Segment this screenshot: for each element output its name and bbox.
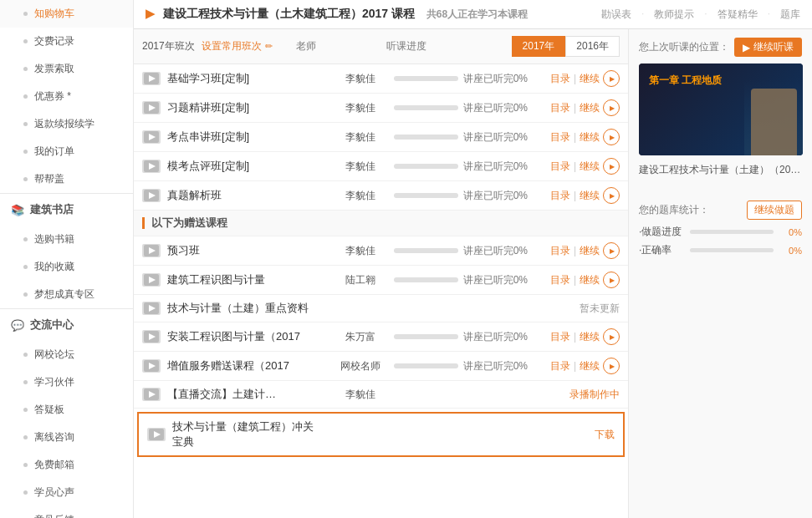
sidebar-item-buy-books[interactable]: 选购书籍: [0, 226, 133, 253]
sidebar-item-feedback[interactable]: 意见反馈: [0, 506, 133, 518]
do-questions-btn[interactable]: 继续做题: [747, 201, 802, 220]
course-teacher: 陆工翱: [327, 273, 394, 287]
course-teacher: 李貌佳: [327, 160, 394, 174]
sidebar-item-coupon[interactable]: 优惠券 *: [0, 83, 133, 110]
continue-link[interactable]: 继续: [580, 101, 600, 115]
sidebar-bookstore-header[interactable]: 📚 建筑书店: [0, 194, 133, 226]
sidebar-item-partner[interactable]: 学习伙伴: [0, 368, 133, 396]
year-buttons: 2017年 2016年: [512, 36, 620, 57]
table-row: 考点串讲班[定制] 李貌佳 讲座已听完0% 目录 | 继续: [134, 123, 628, 152]
course-actions: 目录 | 继续: [528, 272, 620, 288]
video-chapter-title: 第一章 工程地质: [649, 74, 744, 88]
sidebar-item-offline[interactable]: 离线咨询: [0, 424, 133, 451]
sidebar-item-collection[interactable]: 我的收藏: [0, 253, 133, 281]
course-type-icon: [142, 302, 161, 315]
sidebar-item-cart[interactable]: 知购物车: [0, 0, 133, 28]
catalog-link[interactable]: 目录: [550, 160, 570, 174]
question-stats-label: 您的题库统计： 继续做题: [639, 201, 802, 220]
catalog-link[interactable]: 目录: [550, 130, 570, 145]
table-row: 建筑工程识图与计量 陆工翱 讲座已听完0% 目录 | 继续: [134, 266, 628, 295]
topbar-link-teacher-hint[interactable]: 教师提示: [654, 8, 694, 22]
course-progress: 讲座已听完0%: [394, 130, 528, 145]
catalog-link[interactable]: 目录: [550, 273, 570, 287]
sidebar-item-email[interactable]: 免费邮箱: [0, 451, 133, 479]
progress-stat-pct: 0%: [779, 227, 802, 237]
play-button[interactable]: [603, 70, 620, 87]
sidebar-account-section: 知购物车 交费记录 发票索取 优惠券 * 返款续报续学 我的订单 帮帮盖: [0, 0, 133, 194]
sidebar: 知购物车 交费记录 发票索取 优惠券 * 返款续报续学 我的订单 帮帮盖 📚: [0, 0, 134, 518]
course-teacher: 李貌佳: [327, 244, 394, 258]
table-row: 习题精讲班[定制] 李貌佳 讲座已听完0% 目录 | 继续: [134, 94, 628, 123]
continue-link[interactable]: 继续: [580, 330, 600, 344]
continue-listening-btn[interactable]: ▶ 继续听课: [734, 38, 802, 57]
topbar-link-qa-best[interactable]: 答疑精华: [718, 8, 758, 22]
course-name: 真题解析班: [167, 188, 327, 203]
course-actions: 目录 | 继续: [528, 158, 620, 175]
catalog-link[interactable]: 目录: [550, 72, 570, 86]
catalog-link[interactable]: 目录: [550, 189, 570, 203]
set-class-link[interactable]: 设置常用班次: [202, 39, 262, 53]
course-actions: 目录 | 继续: [528, 129, 620, 145]
play-icon: ▶: [743, 42, 750, 53]
status-text: 暂未更新: [580, 302, 620, 316]
course-progress: 讲座已听完0%: [394, 101, 528, 115]
sidebar-item-payment[interactable]: 交费记录: [0, 28, 133, 55]
year-label: 2017年班次: [142, 39, 195, 53]
sidebar-item-qa[interactable]: 答疑板: [0, 396, 133, 424]
course-progress: 讲座已听完0%: [394, 244, 528, 258]
course-title: ▶ 建设工程技术与计量（土木建筑工程）2017 课程 共68人正在学习本课程: [146, 7, 601, 22]
video-thumbnail[interactable]: 第一章 工程地质: [639, 63, 803, 155]
table-row: 增值服务赠送课程（2017 网校名师 讲座已听完0% 目录 | 继续: [134, 352, 628, 381]
continue-link[interactable]: 继续: [580, 130, 600, 145]
progress-stat-row: ·做题进度 0%: [639, 225, 802, 239]
course-name: 模考点评班[定制]: [167, 159, 327, 174]
play-button[interactable]: [603, 158, 620, 175]
catalog-link[interactable]: 目录: [550, 330, 570, 344]
continue-link[interactable]: 继续: [580, 359, 600, 373]
download-link[interactable]: 下载: [595, 428, 615, 442]
continue-section: 您上次听课的位置： ▶ 继续听课 第一章 工程地质 建设工程技术与计量（土建）（…: [629, 29, 812, 192]
sidebar-item-help[interactable]: 帮帮盖: [0, 165, 133, 193]
play-button[interactable]: [603, 242, 620, 259]
continue-link[interactable]: 继续: [580, 244, 600, 258]
continue-link[interactable]: 继续: [580, 72, 600, 86]
continue-link[interactable]: 继续: [580, 189, 600, 203]
table-row: 真题解析班 李貌佳 讲座已听完0% 目录 | 继续: [134, 181, 628, 211]
play-button[interactable]: [603, 358, 620, 374]
sidebar-item-refund[interactable]: 返款续报续学: [0, 110, 133, 138]
year-2017-btn[interactable]: 2017年: [512, 36, 566, 57]
book-icon: 📚: [10, 202, 25, 217]
course-type-icon: [142, 273, 161, 287]
sidebar-item-invoice[interactable]: 发票索取: [0, 55, 133, 83]
catalog-link[interactable]: 目录: [550, 244, 570, 258]
course-name: 【直播交流】土建计…: [167, 387, 327, 402]
continue-link[interactable]: 继续: [580, 273, 600, 287]
year-2016-btn[interactable]: 2016年: [565, 36, 620, 57]
teacher-col-header: 老师: [273, 39, 340, 53]
play-button[interactable]: [603, 272, 620, 288]
sidebar-item-voice[interactable]: 学员心声: [0, 479, 133, 506]
catalog-link[interactable]: 目录: [550, 359, 570, 373]
course-type-icon: [142, 72, 161, 85]
play-button[interactable]: [603, 129, 620, 145]
accuracy-stat-pct: 0%: [779, 246, 802, 256]
video-description: 建设工程技术与计量（土建）（20…: [639, 162, 802, 177]
course-actions: 下载: [523, 428, 615, 442]
topbar-link-errata[interactable]: 勘误表: [601, 8, 631, 22]
play-button[interactable]: [603, 328, 620, 345]
catalog-link[interactable]: 目录: [550, 101, 570, 115]
course-actions: 目录 | 继续: [528, 99, 620, 116]
right-panel: 您上次听课的位置： ▶ 继续听课 第一章 工程地质 建设工程技术与计量（土建）（…: [628, 29, 812, 518]
sidebar-item-dream[interactable]: 梦想成真专区: [0, 281, 133, 308]
play-button[interactable]: [603, 187, 620, 204]
sidebar-exchange-header[interactable]: 💬 交流中心: [0, 309, 133, 341]
continue-link[interactable]: 继续: [580, 160, 600, 174]
main-content: ▶ 建设工程技术与计量（土木建筑工程）2017 课程 共68人正在学习本课程 勘…: [134, 0, 812, 518]
sidebar-item-orders[interactable]: 我的订单: [0, 138, 133, 165]
course-name: 技术与计量（建筑工程）冲关宝典: [172, 419, 322, 449]
course-name: 安装工程识图与计量（2017: [167, 329, 327, 344]
play-circle-icon: ▶: [146, 7, 155, 20]
sidebar-item-forum[interactable]: 网校论坛: [0, 341, 133, 368]
play-button[interactable]: [603, 99, 620, 116]
topbar-link-question-bank[interactable]: 题库: [780, 8, 800, 22]
